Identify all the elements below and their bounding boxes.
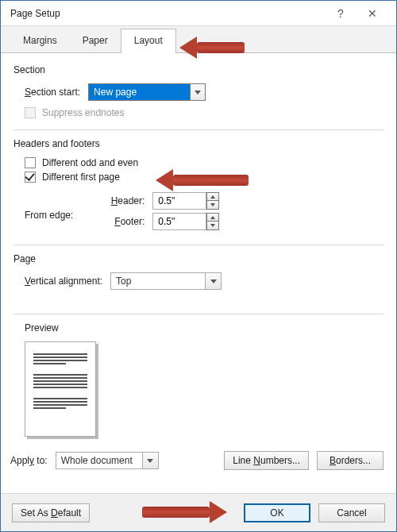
vertical-alignment-value: Top	[110, 272, 206, 290]
header-spin-down[interactable]	[206, 201, 219, 210]
header-spin-label: Header:	[97, 195, 145, 206]
footer-spin-down[interactable]	[206, 222, 219, 230]
section-start-value: New page	[88, 83, 206, 101]
different-first-page-checkbox[interactable]	[25, 172, 36, 183]
preview-label: Preview	[25, 322, 384, 333]
preview-thumbnail	[25, 341, 96, 437]
chevron-down-icon[interactable]	[190, 83, 206, 101]
section-start-label: Section start:	[25, 87, 80, 98]
layout-panel: Section Section start: New page Suppress…	[1, 53, 396, 466]
apply-to-value: Whole document	[56, 452, 143, 469]
help-button[interactable]: ?	[325, 7, 357, 20]
ok-button[interactable]: OK	[244, 503, 310, 522]
from-edge-label: From edge:	[25, 202, 73, 221]
footer-spin-label: Footer:	[97, 216, 145, 227]
page-group-label: Page	[13, 253, 384, 264]
footer-spin-up[interactable]	[206, 213, 219, 222]
header-spin-input[interactable]	[152, 192, 206, 210]
suppress-endnotes-checkbox	[25, 107, 36, 118]
tab-strip: Margins Paper Layout	[1, 26, 396, 53]
footer-spin-input[interactable]	[152, 213, 206, 230]
line-numbers-button[interactable]: Line Numbers...	[224, 451, 309, 470]
different-odd-even-checkbox[interactable]	[25, 157, 36, 168]
header-spin-up[interactable]	[206, 192, 219, 201]
different-odd-even-label: Different odd and even	[42, 157, 138, 168]
tab-margins[interactable]: Margins	[10, 29, 70, 52]
borders-button[interactable]: Borders...	[317, 451, 384, 470]
title-bar: Page Setup ? ✕	[1, 1, 396, 26]
apply-to-label: Apply to:	[10, 455, 48, 466]
section-group-label: Section	[13, 64, 384, 75]
close-button[interactable]: ✕	[357, 7, 388, 20]
dialog-title: Page Setup	[10, 8, 325, 19]
tab-layout[interactable]: Layout	[121, 29, 176, 53]
set-as-default-button[interactable]: Set As Default	[12, 503, 90, 522]
vertical-alignment-label: Vertical alignment:	[25, 276, 102, 287]
cancel-button[interactable]: Cancel	[318, 503, 385, 522]
headers-footers-group-label: Headers and footers	[13, 138, 384, 149]
section-start-combo[interactable]: New page	[88, 83, 206, 101]
dialog-footer: Set As Default OK Cancel	[1, 493, 396, 531]
tab-paper[interactable]: Paper	[70, 29, 121, 52]
apply-to-combo[interactable]: Whole document	[56, 452, 159, 469]
different-first-page-label: Different first page	[42, 172, 120, 183]
chevron-down-icon[interactable]	[206, 272, 222, 290]
chevron-down-icon[interactable]	[143, 452, 159, 469]
vertical-alignment-combo[interactable]: Top	[110, 272, 222, 290]
suppress-endnotes-label: Suppress endnotes	[42, 107, 124, 118]
